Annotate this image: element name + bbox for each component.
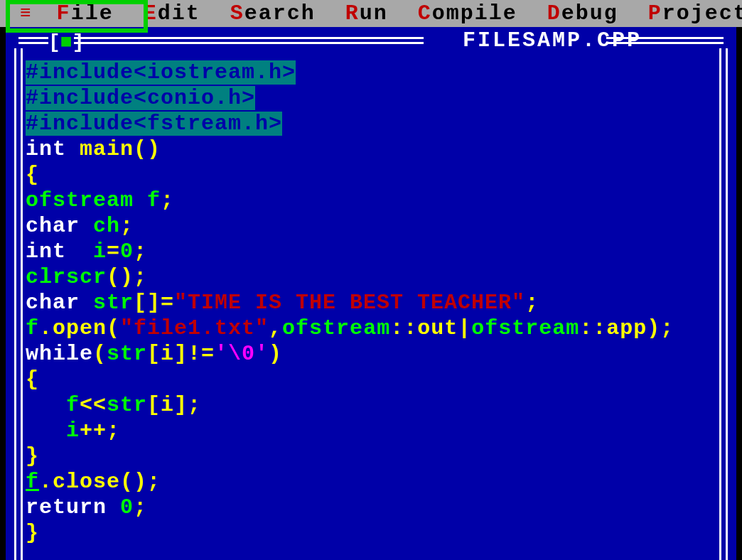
code-line: f.open("file1.txt",ofstream::out|ofstrea… (26, 316, 716, 341)
code-token: f (26, 316, 39, 340)
code-token: str (93, 291, 134, 315)
code-token: = (107, 239, 120, 264)
code-token: 0 (120, 495, 134, 519)
code-line: f<<str[i]; (26, 392, 716, 418)
code-token: ( (93, 342, 107, 366)
menu-file[interactable]: File (57, 1, 114, 26)
code-token: str (107, 393, 147, 417)
code-line: int i=0; (26, 239, 716, 264)
code-token: i (66, 419, 80, 443)
code-token (26, 419, 66, 443)
code-line: ofstream f; (26, 188, 716, 213)
code-token: i (93, 239, 107, 264)
editor-window: [■] FILESAMP.CPP #include<iostream.h>#in… (6, 27, 736, 560)
code-token (26, 393, 66, 417)
code-token: ; (134, 495, 147, 519)
menu-compile[interactable]: Compile (418, 1, 517, 26)
code-token: main() (80, 137, 161, 161)
code-token: char (26, 214, 93, 238)
menu-debug[interactable]: Debug (547, 1, 618, 26)
code-token: } (26, 444, 39, 468)
code-editor-content[interactable]: #include<iostream.h>#include<conio.h>#in… (26, 60, 716, 546)
code-token: , (269, 316, 282, 340)
code-line: int main() (26, 136, 716, 162)
code-token: int (26, 137, 80, 161)
window-frame-top: [■] FILESAMP.CPP (6, 27, 736, 48)
code-token: ::out| (390, 316, 471, 340)
code-token: return (26, 495, 120, 519)
code-token: { (26, 163, 39, 187)
frame-line (606, 37, 724, 44)
code-line: return 0; (26, 495, 716, 520)
frame-line-left (14, 48, 23, 560)
code-token: #include<iostream.h> (26, 60, 296, 85)
code-line: { (26, 162, 716, 188)
code-line: char ch; (26, 213, 716, 239)
code-token: f (66, 393, 80, 417)
system-menu-icon[interactable]: ≡ (20, 3, 33, 24)
frame-line-right (719, 48, 728, 560)
menu-project[interactable]: Project (648, 1, 742, 26)
code-token: ch (93, 214, 120, 238)
code-token: .close(); (39, 470, 161, 494)
code-token: []= (134, 291, 174, 315)
code-token: #include<conio.h> (26, 86, 255, 110)
code-token: ofstream f (26, 188, 161, 212)
code-token: ; (161, 188, 174, 212)
code-token: (); (107, 265, 147, 289)
code-token: ; (525, 291, 539, 315)
code-line: i++; (26, 418, 716, 443)
code-line: while(str[i]!='\0') (26, 341, 716, 367)
code-token: while (26, 342, 93, 366)
code-token: '\0' (215, 342, 269, 366)
code-line: #include<iostream.h> (26, 60, 716, 85)
code-line: #include<conio.h> (26, 85, 716, 111)
menubar: ≡ File Edit Search Run Compile Debug Pro… (0, 0, 742, 27)
code-token: ; (120, 214, 134, 238)
code-token: "file1.txt" (120, 316, 269, 340)
code-token: [i]; (147, 393, 201, 417)
menu-run[interactable]: Run (345, 1, 388, 26)
code-line: } (26, 443, 716, 469)
code-token: #include<fstream.h> (26, 112, 282, 136)
code-token: .open( (39, 316, 120, 340)
code-token: << (80, 393, 107, 417)
code-line: char str[]="TIME IS THE BEST TEACHER"; (26, 290, 716, 316)
code-token: str (107, 342, 147, 366)
code-token: "TIME IS THE BEST TEACHER" (174, 291, 525, 315)
menu-search[interactable]: Search (230, 1, 316, 26)
code-token: ++; (80, 419, 120, 443)
code-token: 0 (120, 239, 134, 264)
code-token: [i]!= (147, 342, 215, 366)
code-token: clrscr (26, 265, 107, 289)
code-token: ::app); (579, 316, 674, 340)
code-token: f (26, 470, 39, 494)
menu-edit[interactable]: Edit (144, 1, 200, 26)
code-token: ; (134, 239, 147, 264)
code-token: ofstream (282, 316, 390, 340)
code-line: { (26, 367, 716, 392)
code-token: int (26, 239, 93, 264)
frame-line (74, 37, 424, 44)
code-token: ofstream (471, 316, 579, 340)
code-line: } (26, 520, 716, 546)
frame-line (18, 37, 48, 44)
code-line: clrscr(); (26, 264, 716, 290)
code-token: { (26, 367, 39, 392)
code-token: ) (269, 342, 282, 366)
code-line: f.close(); (26, 469, 716, 495)
code-line: #include<fstream.h> (26, 111, 716, 136)
code-token: } (26, 521, 39, 545)
code-token: char (26, 291, 93, 315)
